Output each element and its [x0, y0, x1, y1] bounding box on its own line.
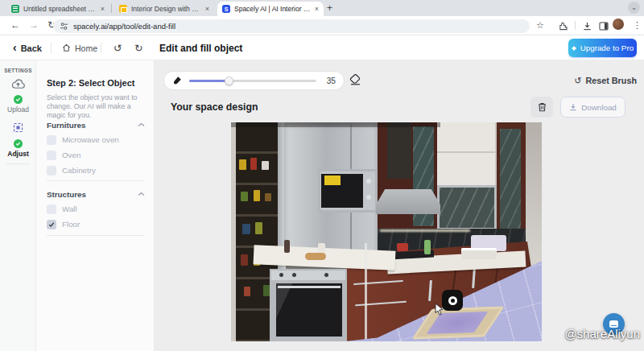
checkbox[interactable] — [47, 166, 56, 176]
checkbox-row-cabinetry[interactable]: Cabinetry — [47, 165, 145, 176]
cloud-upload-icon — [11, 78, 25, 89]
upgrade-label: Upgrade to Pro — [580, 43, 634, 52]
checkbox-label: Floor — [62, 220, 80, 229]
upgrade-to-pro-button[interactable]: ◆ Upgrade to Pro — [568, 39, 637, 57]
photo-cabinet-edge-highlight — [365, 243, 367, 341]
checkbox-row-wall[interactable]: Wall — [47, 204, 145, 214]
undo-icon[interactable]: ↺ — [114, 42, 122, 54]
checkbox-row-microwave-oven[interactable]: Microwave oven — [47, 134, 145, 145]
shelf-item — [239, 159, 246, 170]
bookmark-star-icon[interactable]: ☆ — [536, 20, 544, 31]
tab-search-chevron-icon[interactable]: ⌄ — [628, 2, 640, 14]
slider-fill — [189, 80, 229, 82]
side-panel-icon[interactable] — [599, 22, 609, 31]
download-label: Download — [581, 103, 617, 112]
photo-hood-chimney — [387, 122, 411, 179]
toolbar-divider — [575, 21, 576, 30]
download-button[interactable]: Download — [560, 97, 625, 118]
browser-menu-icon[interactable]: ⋮ — [633, 20, 642, 31]
section-header-structures[interactable]: Structures — [47, 189, 145, 199]
tab-close-icon[interactable]: × — [205, 6, 209, 13]
canvas-heading: Your space design — [171, 101, 258, 113]
tab-divider — [111, 4, 112, 13]
address-field[interactable]: spacely.ai/app/tool/edit-and-fill — [53, 19, 530, 33]
photo-oven-door — [276, 283, 342, 337]
back-button[interactable]: ‹ Back — [13, 35, 42, 60]
edit-canvas-kitchen-photo[interactable] — [231, 122, 542, 341]
home-button[interactable]: Home — [62, 35, 97, 60]
chevron-up-icon — [138, 122, 145, 127]
eraser-icon[interactable] — [349, 74, 361, 85]
photo-microwave-knob — [366, 179, 371, 184]
screen: Untitled spreadsheet - Goog... × Interio… — [0, 0, 644, 351]
rail-step-upload[interactable]: Upload — [0, 78, 36, 114]
check-icon — [48, 221, 55, 228]
slider-thumb[interactable] — [225, 76, 233, 85]
checkbox-row-oven[interactable]: Oven — [47, 150, 145, 160]
tab-untitled-spreadsheet[interactable]: Untitled spreadsheet - Goog... × — [6, 2, 109, 16]
rail-step-adjust[interactable]: Adjust — [0, 122, 36, 158]
shelf-item — [241, 254, 248, 266]
brush-icon[interactable] — [172, 76, 182, 85]
tab-title: Untitled spreadsheet - Goog... — [23, 5, 97, 13]
tab-spacely-active[interactable]: S Spacely AI | AI Interior Desig... × — [217, 2, 324, 16]
delete-design-button[interactable] — [530, 97, 553, 118]
photo-shelf-edge — [231, 122, 236, 341]
brush-cursor-ring — [448, 296, 457, 305]
photo-dish-rack — [461, 248, 497, 259]
tab-close-icon[interactable]: × — [315, 6, 319, 13]
brush-toolbar: 35 — [163, 71, 345, 90]
shelf-item — [255, 222, 262, 234]
site-settings-icon[interactable] — [60, 22, 68, 31]
photo-top-shadow — [231, 122, 440, 127]
photo-green-bottle — [424, 240, 431, 254]
back-label: Back — [21, 43, 42, 53]
section-header-furnitures[interactable]: Furnitures — [47, 120, 145, 130]
tab-title: Interior Design with Generat... — [131, 5, 201, 13]
brush-size-value: 35 — [324, 76, 336, 85]
photo-oven-knob — [279, 273, 283, 277]
browser-tab-strip: Untitled spreadsheet - Goog... × Interio… — [0, 0, 644, 16]
app-header: ‹ Back Home ↺ ↻ Edit and fill object ◆ U… — [0, 35, 644, 60]
google-sheets-favicon — [11, 5, 19, 13]
select-object-panel: Step 2: Select Object Select the object … — [36, 60, 155, 351]
checkbox[interactable] — [47, 204, 56, 214]
reset-brush-button[interactable]: ↺ Reset Brush — [574, 71, 637, 90]
step-check-icon — [14, 139, 23, 148]
extensions-icon[interactable] — [559, 22, 568, 31]
mouse-cursor-icon — [435, 303, 444, 316]
photo-oven-knob — [292, 273, 296, 277]
reset-brush-label: Reset Brush — [585, 76, 637, 85]
downloads-icon[interactable] — [583, 22, 592, 31]
checkbox-checked[interactable] — [47, 220, 56, 229]
photo-bottle — [284, 240, 290, 253]
watermark: @shareAliyun — [564, 327, 640, 341]
tab-interior-design[interactable]: Interior Design with Generat... × — [114, 2, 214, 16]
section-title: Furnitures — [47, 121, 85, 130]
step-description: Select the object you want to change. Ou… — [47, 93, 147, 120]
step-label-upload: Upload — [0, 105, 36, 114]
adjust-icon — [12, 122, 24, 134]
shelf-item — [241, 192, 248, 201]
home-label: Home — [75, 43, 97, 53]
panel-divider — [47, 235, 145, 236]
rail-divider — [6, 163, 31, 164]
new-tab-button[interactable]: + — [327, 2, 332, 14]
redo-icon[interactable]: ↻ — [134, 42, 142, 54]
profile-avatar[interactable] — [613, 19, 624, 30]
back-icon[interactable]: ← — [10, 19, 20, 31]
header-divider — [51, 43, 52, 53]
forward-icon[interactable]: → — [29, 19, 39, 31]
brush-size-slider[interactable] — [189, 80, 316, 82]
checkbox[interactable] — [47, 151, 56, 160]
step-title: Step 2: Select Object — [47, 78, 134, 88]
checkbox-row-floor[interactable]: Floor — [47, 219, 145, 229]
spacely-favicon: S — [222, 5, 230, 13]
photo-microwave-knob — [366, 195, 371, 200]
photo-red-pot — [397, 243, 408, 251]
settings-rail: SETTINGS Upload Adjust — [0, 60, 36, 351]
tab-close-icon[interactable]: × — [101, 6, 105, 13]
photo-glass-cabinet — [437, 185, 497, 230]
checkbox[interactable] — [47, 135, 56, 145]
checkbox-label: Microwave oven — [62, 135, 119, 144]
